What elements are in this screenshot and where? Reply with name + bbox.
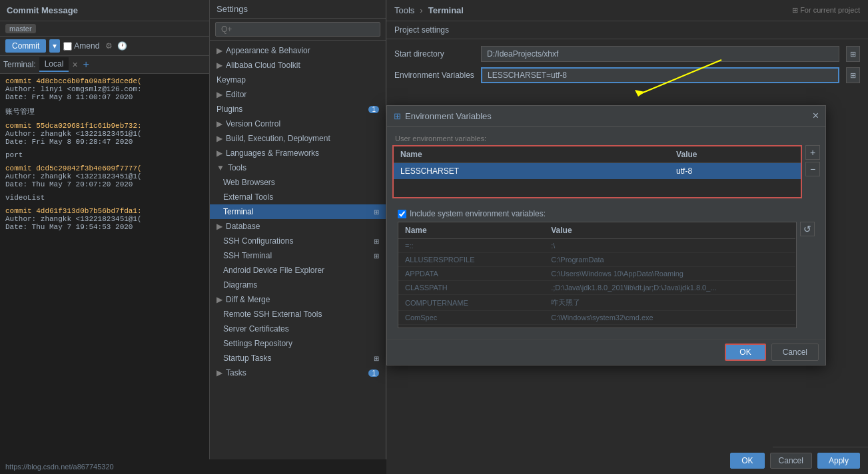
ssh-terminal-icon: ⊞ [374,252,379,260]
breadcrumb-terminal[interactable]: Terminal [428,5,464,15]
sidebar-item-diagrams[interactable]: Diagrams [210,278,386,292]
sys-env-name: CLASSPATH [398,281,544,295]
sys-table-action-buttons: ↺ [800,222,815,236]
table-row: ALLUSERSPROFILE C:\ProgramData [398,253,795,267]
arrow-icon: ▶ [217,134,222,143]
sys-env-value: C:\ProgramData [544,253,795,267]
table-row: APPDATA C:\Users\Windows 10\AppData\Roam… [398,267,795,281]
arrow-icon: ▶ [217,368,222,377]
sys-env-table: Name Value =:: :\ ALLUSERSPROFILE [398,222,796,328]
commit-history-icon[interactable]: 🕐 [117,41,127,51]
sidebar-item-tasks[interactable]: ▶ Tasks 1 [210,365,386,380]
table-action-buttons: + − [805,145,820,176]
sidebar-item-ssh-config[interactable]: SSH Configurations ⊞ [210,234,386,248]
sys-env-value: C:\Windows\system32\cmd.exe [544,311,795,325]
breadcrumb-tools[interactable]: Tools [394,5,414,15]
settings-panel: Settings ▶ Appearance & Behavior ▶ Aliba… [210,0,386,474]
env-variables-input[interactable] [481,67,839,83]
dialog-close-button[interactable]: × [813,110,819,122]
terminal-line: Author: zhangkk <13221823451@1( [5,130,204,138]
sidebar-item-database[interactable]: ▶ Database [210,219,386,234]
sidebar-item-alibaba[interactable]: ▶ Alibaba Cloud Toolkit [210,58,386,73]
arrow-icon: ▶ [217,46,222,55]
dialog-cancel-button[interactable]: Cancel [771,344,819,361]
sidebar-item-server-certs[interactable]: Server Certificates [210,322,386,336]
terminal-label: Terminal: [3,60,36,69]
sidebar-item-external-tools[interactable]: External Tools [210,190,386,204]
amend-checkbox[interactable] [63,42,72,51]
sidebar-item-remote-ssh[interactable]: Remote SSH External Tools [210,307,386,322]
master-badge: master [5,24,36,33]
table-row[interactable]: LESSCHARSET utf-8 [394,163,801,180]
commit-dropdown-button[interactable]: ▾ [49,39,60,53]
arrow-icon: ▶ [217,295,222,304]
project-icon: ⊞ [792,6,798,14]
include-sys-env-row: Include system environment variables: [398,209,815,218]
user-env-table-container: Name Value LESSCHARSET utf-8 [392,145,802,198]
env-variables-edit-btn[interactable]: ⊞ [846,67,860,83]
arrow-icon: ▶ [217,90,222,99]
user-env-table: Name Value LESSCHARSET utf-8 [394,146,801,179]
sidebar-item-vcs[interactable]: ▶ Version Control [210,117,386,131]
sys-env-value: C:\Users\Windows 10\AppData\Roaming [544,267,795,281]
tab-local[interactable]: Local [39,57,69,72]
main-ok-button[interactable]: OK [730,453,764,469]
sys-env-value: 咋天黑了 [544,295,795,311]
add-env-button[interactable]: + [805,145,820,160]
startup-icon: ⊞ [374,355,379,362]
env-dialog-icon: ⊞ [394,111,401,121]
sidebar-item-build[interactable]: ▶ Build, Execution, Deployment [210,131,386,146]
remove-env-button[interactable]: − [805,162,820,176]
terminal-content: commit 4d8cbcc6b0fa09a8f3dcede( Author: … [0,74,209,474]
start-directory-input[interactable] [481,46,839,62]
terminal-line: commit 55dca029681f1c61b9eb732: [5,122,204,130]
env-dialog-title: Environment Variables [405,111,492,121]
sidebar-item-web-browsers[interactable]: Web Browsers [210,175,386,190]
sidebar-item-keymap[interactable]: Keymap [210,73,386,87]
include-sys-env-checkbox[interactable] [398,210,406,218]
sidebar-item-startup[interactable]: Startup Tasks ⊞ [210,351,386,365]
sidebar-item-tools[interactable]: ▼ Tools [210,160,386,175]
add-tab-button[interactable]: + [83,59,89,71]
search-box [210,19,386,41]
dialog-footer-buttons: OK Cancel [387,339,825,365]
start-directory-browse-btn[interactable]: ⊞ [846,46,860,62]
sidebar-item-langs[interactable]: ▶ Languages & Frameworks [210,146,386,160]
sidebar-item-diff[interactable]: ▶ Diff & Merge [210,292,386,307]
ssh-config-icon: ⊞ [374,238,379,245]
arrow-icon: ▶ [217,119,222,128]
settings-form: Start directory ⊞ Environment Variables … [386,39,868,95]
commit-button[interactable]: Commit [5,39,46,53]
terminal-line: 账号管理 [5,101,204,122]
sys-env-table-area: Name Value =:: :\ ALLUSERSPROFILE [398,222,815,328]
sidebar-item-plugins[interactable]: Plugins 1 [210,102,386,117]
sidebar-item-editor[interactable]: ▶ Editor [210,87,386,102]
sidebar-item-settings-repo[interactable]: Settings Repository [210,336,386,351]
commit-settings-icon[interactable]: ⚙ [105,41,113,51]
refresh-sys-button[interactable]: ↺ [800,222,815,236]
sidebar-item-appearance[interactable]: ▶ Appearance & Behavior [210,43,386,58]
include-sys-env-label: Include system environment variables: [410,209,546,218]
sidebar-item-terminal[interactable]: Terminal ⊞ [210,204,386,219]
sidebar-item-android[interactable]: Android Device File Explorer [210,263,386,278]
for-current-project: ⊞ For current project [792,6,860,15]
dialog-title-bar: ⊞ Environment Variables × [387,106,825,126]
env-variables-label: Environment Variables [394,71,474,80]
settings-search-input[interactable] [215,22,380,37]
table-row: CommonProgramFiles C:\Program Files\Comm… [398,325,795,329]
sys-env-name: COMPUTERNAME [398,295,544,311]
commit-header-label: Commit Message [7,5,78,15]
main-apply-button[interactable]: Apply [817,453,860,469]
sys-env-table-container: Name Value =:: :\ ALLUSERSPROFILE [398,222,797,328]
tab-bar: Terminal: Local × + [0,56,209,74]
table-row: ComSpec C:\Windows\system32\cmd.exe [398,311,795,325]
env-value-cell: utf-8 [669,163,801,180]
amend-checkbox-label: Amend [63,41,99,51]
sidebar-item-ssh-terminal[interactable]: SSH Terminal ⊞ [210,248,386,263]
tab-local-close[interactable]: × [72,59,77,70]
dialog-ok-button[interactable]: OK [725,344,765,361]
terminal-line: Date: Fri May 8 11:00:07 2020 [5,93,204,101]
env-variables-dialog: ⊞ Environment Variables × User environme… [386,105,826,365]
terminal-line: Author: zhangkk <13221823451@1( [5,215,204,223]
main-cancel-button[interactable]: Cancel [770,453,812,469]
